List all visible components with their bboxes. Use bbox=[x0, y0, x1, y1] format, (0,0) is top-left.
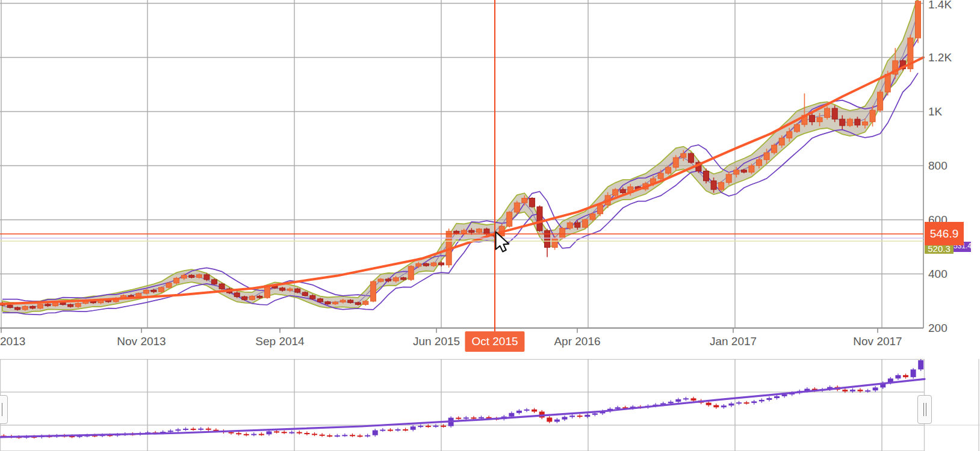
stock-chart-app: 2013Nov 2013Sep 2014Jun 2015Apr 2016Jan … bbox=[0, 0, 980, 451]
grip-line bbox=[2, 403, 2, 416]
x-axis-label: Nov 2017 bbox=[853, 335, 902, 348]
y-axis-label: 400 bbox=[928, 268, 947, 281]
y-axis-label: 1.2K bbox=[928, 51, 952, 64]
crosshair-lines bbox=[0, 0, 923, 334]
navigator-content bbox=[0, 359, 980, 451]
crosshair-date-label: Oct 2015 bbox=[465, 331, 524, 352]
y-axis-label: 200 bbox=[928, 322, 947, 335]
envelope-band bbox=[2, 0, 918, 314]
crosshair-price-label: 546.9 bbox=[925, 222, 964, 245]
grip-line bbox=[923, 403, 924, 416]
x-axis-label: Apr 2016 bbox=[554, 335, 600, 348]
navigator-left-handle[interactable] bbox=[0, 395, 8, 424]
x-axis-label: Sep 2014 bbox=[255, 335, 304, 348]
range-navigator[interactable] bbox=[0, 359, 980, 451]
candlestick-series bbox=[0, 0, 920, 311]
grip-line bbox=[926, 403, 926, 416]
y-axis-label: 800 bbox=[928, 159, 947, 173]
main-chart-plot[interactable] bbox=[0, 0, 980, 359]
y-axis-label: 1.4K bbox=[928, 0, 952, 11]
x-axis-label: 2013 bbox=[0, 335, 25, 348]
x-axis-label: Jan 2017 bbox=[710, 335, 757, 348]
main-gridlines bbox=[0, 0, 923, 328]
y-axis-label: 1K bbox=[928, 105, 942, 118]
main-axes bbox=[0, 0, 923, 333]
x-axis-label: Jun 2015 bbox=[413, 335, 460, 348]
x-axis-label: Nov 2013 bbox=[117, 335, 166, 348]
mouse-cursor-icon bbox=[494, 231, 513, 253]
trendline-series bbox=[0, 58, 923, 304]
navigator-right-handle[interactable] bbox=[917, 395, 932, 424]
